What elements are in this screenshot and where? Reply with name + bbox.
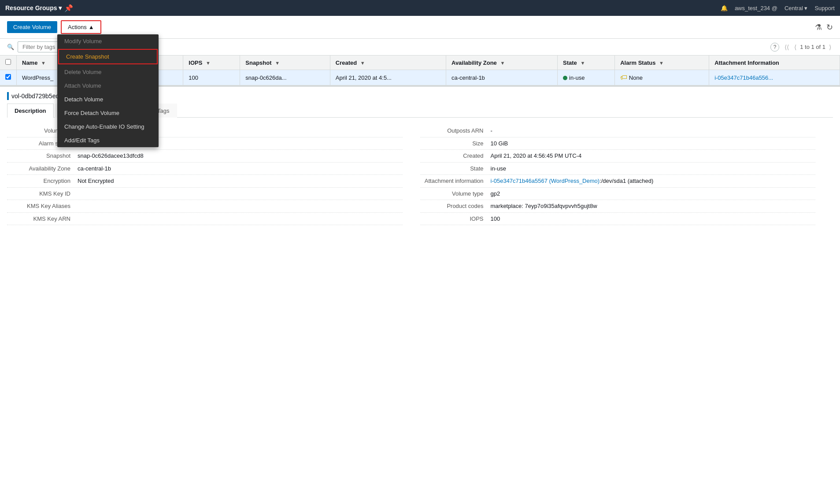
- top-navigation: Resource Groups ▾ 📌 🔔 aws_test_234 @ Cen…: [0, 0, 840, 16]
- dropdown-item-modify-volume[interactable]: Modify Volume: [57, 34, 159, 48]
- value-state: in-use: [491, 164, 816, 173]
- select-all-checkbox[interactable]: [5, 59, 11, 65]
- pin-icon[interactable]: 📌: [64, 4, 73, 12]
- value-availability-zone: ca-central-1b: [78, 164, 403, 173]
- nav-right: 🔔 aws_test_234 @ Central ▾ Support: [721, 5, 835, 11]
- label-created: Created: [420, 152, 491, 160]
- toolbar-right: ⚗ ↻: [815, 22, 833, 32]
- header-iops[interactable]: IOPS ▼: [183, 56, 240, 70]
- desc-row-outposts-arn: Outposts ARN -: [420, 125, 816, 137]
- tab-description[interactable]: Description: [7, 104, 54, 118]
- desc-row-volume-type: Volume type gp2: [420, 188, 816, 200]
- desc-row-kms-key-id: KMS Key ID: [7, 188, 403, 200]
- value-iops: 100: [491, 215, 816, 223]
- header-created[interactable]: Created ▼: [330, 56, 446, 70]
- user-account[interactable]: aws_test_234 @: [735, 5, 777, 11]
- desc-row-state: State in-use: [420, 163, 816, 175]
- volume-label-bar: [7, 92, 9, 100]
- label-encryption: Encryption: [7, 177, 78, 185]
- row-created: April 21, 2020 at 4:5...: [330, 70, 446, 85]
- row-availability-zone: ca-central-1b: [446, 70, 557, 85]
- create-snapshot-highlight: Create Snapshot: [58, 49, 158, 64]
- desc-row-encryption: Encryption Not Encrypted: [7, 175, 403, 188]
- actions-caret-icon: ▲: [89, 24, 94, 30]
- alarm-tag-icon: 🏷: [620, 74, 627, 81]
- header-snapshot[interactable]: Snapshot ▼: [240, 56, 330, 70]
- pagination: ⟨⟨ ⟨ 1 to 1 of 1 ⟩: [783, 43, 833, 52]
- main-content: Create Volume Actions ▲ ⚗ ↻ Modify Volum…: [0, 16, 840, 504]
- row-checkbox-cell: [0, 70, 17, 85]
- dropdown-item-add-edit-tags[interactable]: Add/Edit Tags: [57, 133, 159, 147]
- value-created: April 21, 2020 at 4:56:45 PM UTC-4: [491, 152, 816, 160]
- actions-dropdown: Modify Volume Create Snapshot Delete Vol…: [57, 34, 159, 147]
- desc-row-attachment-info: Attachment information i-05e347c71b46a55…: [420, 175, 816, 188]
- header-availability-zone[interactable]: Availability Zone ▼: [446, 56, 557, 70]
- label-kms-key-aliases: KMS Key Aliases: [7, 202, 78, 211]
- attachment-info-link[interactable]: i-05e347c71b46a5567 (WordPress_Demo): [491, 178, 600, 184]
- desc-row-created: Created April 21, 2020 at 4:56:45 PM UTC…: [420, 150, 816, 163]
- search-icon: 🔍: [7, 44, 14, 50]
- label-iops: IOPS: [420, 215, 491, 223]
- actions-button[interactable]: Actions ▲: [61, 20, 101, 34]
- dropdown-item-create-snapshot[interactable]: Create Snapshot: [59, 50, 157, 63]
- refresh-icon[interactable]: ↻: [826, 22, 833, 32]
- pagination-text: 1 to 1 of 1: [800, 44, 825, 50]
- pagination-prev-button[interactable]: ⟨: [792, 43, 798, 52]
- row-checkbox[interactable]: [5, 74, 11, 80]
- actions-label: Actions: [68, 24, 87, 30]
- desc-row-availability-zone: Availability Zone ca-central-1b: [7, 163, 403, 175]
- label-outposts-arn: Outposts ARN: [420, 126, 491, 135]
- desc-row-size: Size 10 GiB: [420, 137, 816, 150]
- create-volume-button[interactable]: Create Volume: [7, 21, 57, 33]
- label-kms-key-arn: KMS Key ARN: [7, 215, 78, 223]
- desc-row-iops: IOPS 100: [420, 213, 816, 226]
- filter-bar-right: ? ⟨⟨ ⟨ 1 to 1 of 1 ⟩: [770, 43, 833, 52]
- row-alarm-status: 🏷 None: [615, 70, 709, 85]
- label-volume-type: Volume type: [420, 189, 491, 198]
- label-state: State: [420, 164, 491, 173]
- header-state[interactable]: State ▼: [558, 56, 615, 70]
- value-size: 10 GiB: [491, 139, 816, 148]
- toolbar: Create Volume Actions ▲ ⚗ ↻ Modify Volum…: [0, 16, 840, 39]
- header-attachment-info[interactable]: Attachment Information: [709, 56, 840, 70]
- row-snapshot: snap-0c626da...: [240, 70, 330, 85]
- region-selector[interactable]: Central ▾: [784, 5, 808, 11]
- description-right: Outposts ARN - Size 10 GiB Created April…: [420, 125, 833, 225]
- attachment-link[interactable]: i-05e347c71b46a556...: [714, 74, 773, 81]
- desc-row-kms-key-aliases: KMS Key Aliases: [7, 200, 403, 213]
- help-icon[interactable]: ?: [770, 43, 779, 52]
- desc-row-product-codes: Product codes marketplace: 7eyp7o9i35afq…: [420, 200, 816, 213]
- brand-label: Resource Groups: [5, 4, 57, 11]
- label-attachment-info: Attachment information: [420, 177, 491, 185]
- label-availability-zone: Availability Zone: [7, 164, 78, 173]
- nav-left: Resource Groups ▾ 📌: [5, 4, 73, 12]
- brand-caret: ▾: [59, 4, 62, 11]
- flask-icon[interactable]: ⚗: [815, 22, 822, 32]
- brand-title[interactable]: Resource Groups ▾: [5, 4, 62, 11]
- row-iops: 100: [183, 70, 240, 85]
- dropdown-item-auto-enable-io[interactable]: Change Auto-Enable IO Setting: [57, 120, 159, 133]
- desc-row-snapshot: Snapshot snap-0c626dacee13dfcd8: [7, 150, 403, 163]
- support-link[interactable]: Support: [814, 5, 835, 11]
- row-attachment-info: i-05e347c71b46a556...: [709, 70, 840, 85]
- pagination-next-button[interactable]: ⟩: [827, 43, 833, 52]
- header-checkbox-col: [0, 56, 17, 70]
- value-product-codes: marketplace: 7eyp7o9i35afqvpvvh5gujt8w: [491, 202, 816, 211]
- dropdown-item-force-detach[interactable]: Force Detach Volume: [57, 106, 159, 120]
- desc-row-kms-key-arn: KMS Key ARN: [7, 213, 403, 226]
- value-encryption: Not Encrypted: [78, 177, 403, 185]
- dropdown-item-detach-volume[interactable]: Detach Volume: [57, 93, 159, 106]
- dropdown-item-attach-volume[interactable]: Attach Volume: [57, 79, 159, 93]
- header-alarm-status[interactable]: Alarm Status ▼: [615, 56, 709, 70]
- value-snapshot-link[interactable]: snap-0c626dacee13dfcd8: [78, 152, 403, 160]
- label-product-codes: Product codes: [420, 202, 491, 211]
- state-indicator: [563, 76, 567, 80]
- dropdown-item-delete-volume[interactable]: Delete Volume: [57, 65, 159, 79]
- pagination-first-button[interactable]: ⟨⟨: [783, 43, 791, 52]
- bell-icon[interactable]: 🔔: [721, 5, 728, 11]
- value-volume-type: gp2: [491, 189, 816, 198]
- label-snapshot: Snapshot: [7, 152, 78, 160]
- row-state: in-use: [558, 70, 615, 85]
- label-kms-key-id: KMS Key ID: [7, 189, 78, 198]
- label-size: Size: [420, 139, 491, 148]
